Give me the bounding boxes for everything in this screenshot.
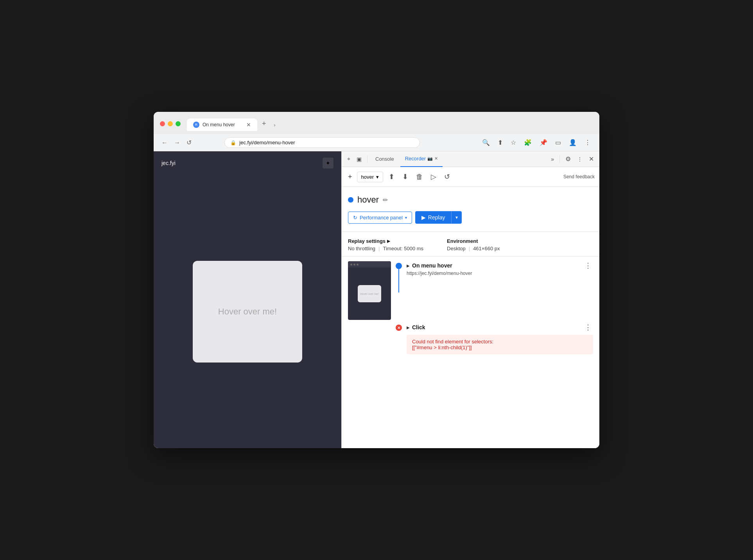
recording-selector[interactable]: hover ▾ (357, 172, 384, 182)
edit-recording-name-button[interactable]: ✏ (383, 196, 388, 204)
step-dot-active (396, 263, 402, 269)
step-click-title: Click (412, 324, 425, 330)
download-recording-button[interactable]: ⬇ (400, 170, 411, 183)
step-content-navigate: ▶ On menu hover ⋮ https://jec.fyi/demo/m… (407, 261, 593, 278)
tab-close-button[interactable]: ✕ (246, 122, 251, 127)
step-click-title-row: ▶ Click ⋮ (407, 323, 593, 332)
step-click-expand-icon[interactable]: ▶ (407, 325, 410, 330)
lock-icon: 🔒 (230, 140, 236, 145)
devtools-close-button[interactable]: ✕ (586, 154, 596, 164)
page-logo: jec.fyi (161, 160, 176, 166)
devtools-settings-button[interactable]: ⚙ (563, 154, 573, 164)
step-expand-icon[interactable]: ▶ (407, 264, 410, 268)
new-tab-button[interactable]: + (257, 117, 271, 131)
replay-play-icon: ▶ (421, 214, 426, 221)
more-tabs-button[interactable]: » (549, 154, 556, 164)
step-content-click: ▶ Click ⋮ Could not find element for sel… (407, 323, 593, 354)
step-more-button[interactable]: ⋮ (583, 261, 593, 270)
replay-settings-col: Replay settings ▶ No throttling | Timeou… (348, 238, 423, 251)
thumb-hover-text: Hover over me! (360, 293, 379, 295)
minimize-button[interactable] (168, 121, 173, 126)
recording-select-value: hover (361, 174, 374, 180)
close-button[interactable] (160, 121, 165, 126)
replay-settings-title[interactable]: Replay settings ▶ (348, 238, 423, 244)
step-item-click: ✕ ▶ Click ⋮ Could not find element for s… (348, 323, 593, 354)
perf-panel-label: Performance panel (360, 215, 403, 221)
perf-panel-chevron: ▾ (405, 215, 407, 220)
replay-main-button[interactable]: ▶ Replay (415, 211, 452, 224)
more-tabs-icon: » (551, 156, 554, 162)
performance-panel-button[interactable]: ↻ Performance panel ▾ (348, 212, 412, 224)
resolution-label: 461×660 px (473, 246, 500, 251)
replay-chevron-icon: ▾ (455, 215, 458, 220)
environment-title: Environment (447, 238, 500, 244)
step-thumbnail: Hover over me! (348, 261, 391, 320)
step-click-more-button[interactable]: ⋮ (583, 323, 593, 332)
address-input[interactable]: 🔒 jec.fyi/demo/menu-hover (224, 137, 420, 148)
chevron-down-icon: ▾ (376, 174, 379, 180)
recorder-toolbar: + hover ▾ ⬆ ⬇ 🗑 ▷ ↺ (342, 167, 599, 187)
upload-recording-button[interactable]: ⬆ (386, 170, 397, 183)
refresh-icon: ↺ (186, 139, 192, 146)
sun-icon: ✦ (326, 160, 330, 166)
profile-button[interactable]: 👤 (567, 137, 579, 148)
add-recording-button[interactable]: + (346, 171, 354, 183)
step-dot-error: ✕ (396, 325, 402, 331)
forward-button[interactable]: → (172, 138, 182, 148)
search-button[interactable]: 🔍 (480, 137, 492, 148)
cast-button[interactable]: ▭ (553, 137, 563, 148)
back-button[interactable]: ← (160, 138, 169, 148)
recording-title-row: hover ✏ (348, 195, 593, 205)
hover-box[interactable]: Hover over me! (193, 261, 302, 363)
cursor-icon: ⌖ (347, 156, 350, 162)
page-content: jec.fyi ✦ Hover over me! (154, 151, 341, 448)
replay-settings-section: Replay settings ▶ No throttling | Timeou… (342, 232, 599, 257)
replay-menu-button[interactable]: ↺ (442, 170, 452, 183)
perf-icon: ↻ (353, 215, 357, 221)
send-feedback-button[interactable]: Send feedback (563, 174, 595, 179)
tab-console[interactable]: Console (371, 151, 399, 167)
desktop-label: Desktop (447, 246, 466, 251)
replay-label: Replay (428, 214, 445, 221)
environment-label: Environment (447, 238, 478, 244)
console-tab-label: Console (375, 156, 394, 162)
tab-list-chevron[interactable]: › (271, 119, 279, 131)
replay-dropdown-button[interactable]: ▾ (451, 211, 462, 224)
address-bar: ← → ↺ 🔒 jec.fyi/demo/menu-hover 🔍 ⬆ ☆ 🧩 … (154, 134, 599, 151)
browser-actions: 🔍 ⬆ ☆ 🧩 📌 ▭ 👤 ⋮ (480, 137, 593, 148)
tab-favicon: R (193, 122, 199, 128)
step-item-navigate: Hover over me! ▶ On menu hover (348, 261, 593, 320)
delete-recording-button[interactable]: 🗑 (414, 171, 425, 183)
title-bar-top: R On menu hover ✕ + › (160, 117, 593, 131)
share-button[interactable]: ⬆ (495, 137, 505, 148)
extensions-button[interactable]: 🧩 (522, 137, 534, 148)
browser-window: R On menu hover ✕ + › ← → ↺ 🔒 jec.fyi/de… (154, 112, 599, 448)
environment-col: Environment Desktop | 461×660 px (447, 238, 500, 251)
throttling-label: No throttling (348, 246, 375, 251)
recorder-tab-label: Recorder (405, 156, 426, 162)
browser-tab-active[interactable]: R On menu hover ✕ (187, 118, 257, 131)
devtools-cursor-button[interactable]: ⌖ (345, 154, 353, 164)
thumb-header (348, 261, 391, 267)
maximize-button[interactable] (176, 121, 181, 126)
browser-menu-button[interactable]: ⋮ (582, 137, 593, 148)
refresh-button[interactable]: ↺ (185, 137, 193, 148)
recording-status-dot (348, 197, 353, 203)
recorder-tab-close[interactable]: ✕ (434, 156, 438, 161)
pin-button[interactable]: 📌 (537, 137, 550, 148)
tabs-row: R On menu hover ✕ + › (187, 117, 279, 131)
recording-name: hover (357, 195, 379, 205)
devtools-three-dots-button[interactable]: ⋮ (575, 154, 585, 164)
theme-toggle-button[interactable]: ✦ (323, 158, 333, 169)
play-recording-button[interactable]: ▷ (428, 170, 439, 183)
replay-button-group: ▶ Replay ▾ (415, 211, 462, 224)
download-icon: ⬇ (402, 172, 408, 181)
devtools-responsive-button[interactable]: ▣ (354, 154, 364, 164)
close-icon: ✕ (589, 156, 594, 162)
tab-recorder[interactable]: Recorder 📷 ✕ (400, 151, 443, 167)
step-timeline-1 (396, 261, 402, 293)
bookmark-button[interactable]: ☆ (508, 137, 518, 148)
step-error-code: [["#menu > li:nth-child(1)"]] (412, 345, 588, 350)
tab-title: On menu hover (203, 122, 243, 127)
step-timeline-2: ✕ (396, 323, 402, 331)
